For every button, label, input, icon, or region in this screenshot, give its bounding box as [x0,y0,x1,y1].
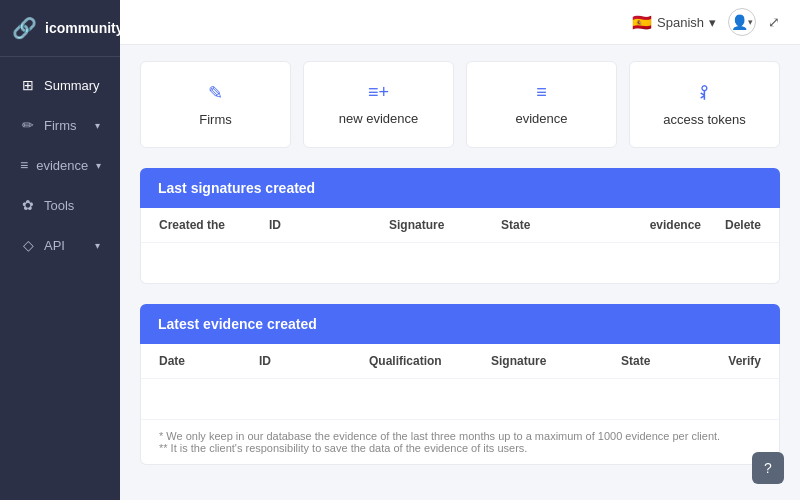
new-evidence-card-icon: ≡+ [368,82,389,103]
footnote-2: ** It is the client's responsibility to … [159,442,761,454]
col-header-state2: State [621,354,701,368]
evidence-card-label: evidence [515,111,567,126]
col-header-delete: Delete [701,218,761,232]
col-header-id: ID [269,218,389,232]
card-access-tokens[interactable]: ⚷ access tokens [629,61,780,148]
sidebar-item-label: API [44,238,65,253]
evidence-card-icon: ≡ [536,82,547,103]
app-name: icommunity [45,20,124,36]
col-header-created: Created the [159,218,269,232]
col-header-signature2: Signature [491,354,621,368]
chevron-down-icon: ▾ [95,120,100,131]
sidebar-item-api[interactable]: ◇ API ▾ [6,227,114,263]
access-tokens-card-icon: ⚷ [698,82,711,104]
firms-icon: ✏ [20,117,36,133]
api-icon: ◇ [20,237,36,253]
firms-card-label: Firms [199,112,232,127]
sidebar-item-evidence[interactable]: ≡ evidence ▾ [6,147,114,183]
page-content: ✎ Firms ≡+ new evidence ≡ evidence ⚷ acc… [120,45,800,500]
evidence-icon: ≡ [20,157,28,173]
language-label: Spanish [657,15,704,30]
signatures-table-body [141,243,779,283]
col-header-id2: ID [259,354,369,368]
sidebar-item-label: evidence [36,158,88,173]
signatures-table-header: Created the ID Signature State evidence … [141,208,779,243]
help-icon: ? [764,460,772,476]
sidebar-item-label: Summary [44,78,100,93]
card-firms[interactable]: ✎ Firms [140,61,291,148]
footnote-1: * We only keep in our database the evide… [159,430,761,442]
sidebar-item-label: Tools [44,198,74,213]
access-tokens-card-label: access tokens [663,112,745,127]
sidebar: 🔗 icommunity ⊞ Summary ✏ Firms ▾ ≡ evide… [0,0,120,500]
signatures-section: Last signatures created Created the ID S… [140,168,780,284]
col-header-state: State [501,218,621,232]
card-new-evidence[interactable]: ≡+ new evidence [303,61,454,148]
firms-card-icon: ✎ [208,82,223,104]
evidence-section: Latest evidence created Date ID Qualific… [140,304,780,465]
sidebar-item-tools[interactable]: ✿ Tools [6,187,114,223]
chevron-down-icon: ▾ [95,240,100,251]
help-button[interactable]: ? [752,452,784,484]
quick-access-cards: ✎ Firms ≡+ new evidence ≡ evidence ⚷ acc… [140,61,780,148]
col-header-signature: Signature [389,218,501,232]
evidence-footnotes: * We only keep in our database the evide… [141,419,779,464]
sidebar-item-summary[interactable]: ⊞ Summary [6,67,114,103]
chevron-down-icon: ▾ [96,160,101,171]
sidebar-item-firms[interactable]: ✏ Firms ▾ [6,107,114,143]
evidence-section-header: Latest evidence created [140,304,780,344]
card-evidence[interactable]: ≡ evidence [466,61,617,148]
user-chevron-icon: ▾ [748,17,753,27]
sidebar-nav: ⊞ Summary ✏ Firms ▾ ≡ evidence ▾ ✿ Tools… [0,57,120,500]
col-header-date: Date [159,354,259,368]
summary-icon: ⊞ [20,77,36,93]
lang-chevron-icon: ▾ [709,15,716,30]
col-header-qualification: Qualification [369,354,491,368]
app-logo[interactable]: 🔗 icommunity [0,0,120,57]
col-header-verify: Verify [701,354,761,368]
signatures-table: Created the ID Signature State evidence … [140,208,780,284]
language-selector[interactable]: 🇪🇸 Spanish ▾ [632,13,716,32]
evidence-table: Date ID Qualification Signature State Ve… [140,344,780,465]
evidence-table-header: Date ID Qualification Signature State Ve… [141,344,779,379]
signatures-section-header: Last signatures created [140,168,780,208]
main-content: 🇪🇸 Spanish ▾ 👤 ▾ ⤢ ✎ Firms ≡+ new eviden… [120,0,800,500]
expand-button[interactable]: ⤢ [768,14,780,30]
logo-icon: 🔗 [12,16,37,40]
flag-icon: 🇪🇸 [632,13,652,32]
new-evidence-card-label: new evidence [339,111,419,126]
user-icon: 👤 [731,14,748,30]
user-menu[interactable]: 👤 ▾ [728,8,756,36]
col-header-evidence: evidence [621,218,701,232]
tools-icon: ✿ [20,197,36,213]
sidebar-item-label: Firms [44,118,77,133]
evidence-table-body [141,379,779,419]
header: 🇪🇸 Spanish ▾ 👤 ▾ ⤢ [120,0,800,45]
